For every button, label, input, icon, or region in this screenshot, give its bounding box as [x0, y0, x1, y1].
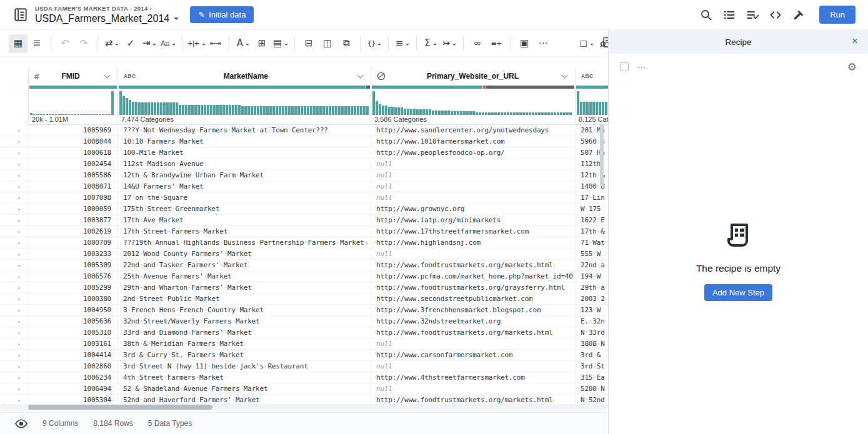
column-histogram[interactable]	[576, 89, 608, 115]
cell[interactable]: 1004414	[28, 350, 117, 360]
dropdown-caret-icon[interactable]	[152, 44, 156, 47]
cell[interactable]: 2nd·Street·Public·Market	[117, 293, 371, 304]
union-data-icon[interactable]: ∞	[468, 34, 487, 53]
eye-icon[interactable]	[15, 419, 27, 428]
title-dropdown-chevron-icon[interactable]	[174, 17, 179, 22]
cell[interactable]: 1003233	[28, 249, 117, 259]
cell[interactable]: 14&U·Farmers'·Market	[117, 181, 371, 192]
move-column-icon[interactable]: ⇥	[140, 34, 159, 53]
cell[interactable]: 1006234	[28, 372, 117, 383]
transpose-icon[interactable]: ⧉	[337, 34, 356, 53]
cell[interactable]: http://www.sandlercenter.org/ynotwednesd…	[371, 125, 575, 136]
cell[interactable]: http://www.carsonfarmersmarket.com	[371, 350, 575, 360]
cell[interactable]: http;//www.highlandsnj.com	[371, 237, 575, 248]
cell[interactable]: 2003·2	[575, 293, 608, 304]
cell[interactable]: http://www.iatp.org/minimarkets	[371, 215, 575, 225]
column-menu-chevron-icon[interactable]	[357, 72, 364, 79]
table-row[interactable]: 100531033rd·and·Diamond·Farmers'·Marketh…	[0, 327, 608, 338]
cell[interactable]: http://www.17thstreetfarmersmarket.com	[371, 226, 575, 237]
cell[interactable]: 25th·Avenue·Farmers'·Market	[117, 271, 371, 282]
dropdown-caret-icon[interactable]	[377, 44, 381, 47]
cell[interactable]: 1000059	[28, 204, 117, 214]
breadcrumb[interactable]: USDA FAMER'S MARKET DATA - 2014 ›	[35, 4, 179, 12]
table-row[interactable]: 1000618100-Mile·Markethttp://www.peoples…	[0, 147, 608, 159]
table-row[interactable]: 100316138th·&·Meridian·Farmers·Marketnul…	[0, 338, 608, 350]
cell[interactable]: ???19th·Annual·Highlands·Business·Partne…	[117, 237, 371, 248]
more-tools-icon[interactable]: ⋯	[534, 34, 552, 53]
extract-pattern-icon[interactable]: {}	[365, 34, 384, 53]
cell[interactable]: null	[371, 383, 575, 394]
gear-icon[interactable]: ⚙	[847, 61, 857, 73]
replace-values-icon[interactable]: ⇄	[102, 34, 121, 53]
cell[interactable]: 10:10·Farmers·Market	[117, 136, 371, 147]
dropdown-caret-icon[interactable]	[406, 44, 409, 47]
cell[interactable]: 1002454	[28, 159, 117, 169]
header-row-icon[interactable]: ▤	[271, 34, 290, 53]
code-view-icon[interactable]	[766, 6, 785, 24]
column-menu-chevron-icon[interactable]	[562, 72, 568, 79]
vertical-scrollbar[interactable]	[600, 124, 604, 186]
table-row[interactable]: 10028603rd·Street·N·(hwy·11)·beside·jack…	[0, 361, 608, 372]
grid-view-icon[interactable]: ▦	[9, 34, 27, 53]
table-row[interactable]: 1000709???19th·Annual·Highlands·Business…	[0, 237, 608, 249]
dropdown-caret-icon[interactable]	[590, 44, 594, 47]
column-histogram[interactable]	[29, 89, 117, 115]
cell[interactable]: 175th·Street·Greenmarket	[117, 204, 371, 214]
table-row[interactable]: 10032332012·Wood·County·Farmers'·Marketn…	[0, 249, 608, 260]
dropdown-caret-icon[interactable]	[202, 44, 206, 47]
cell[interactable]: 52·&·Shadeland·Avenue·Farmers·Market	[117, 383, 371, 394]
comment-icon[interactable]: ▣	[515, 34, 534, 53]
cell[interactable]: http://www.foodtrustmarkets.org/markets.…	[371, 260, 575, 270]
cell[interactable]: 1000618	[28, 147, 117, 158]
cell[interactable]: 555·W	[575, 249, 608, 259]
cell[interactable]: 1003877	[28, 215, 117, 225]
rows-count[interactable]: 8,184 Rows	[93, 419, 132, 428]
cell[interactable]: 1002619	[28, 226, 117, 237]
cell[interactable]: 1005299	[28, 282, 117, 293]
data-quality-bar[interactable]	[372, 86, 574, 89]
column-header[interactable]: #FMID	[29, 67, 117, 86]
cell[interactable]: 1008044	[28, 136, 117, 147]
cell[interactable]: null	[371, 338, 575, 349]
cell[interactable]: http;//www.32ndstreetmarket.org	[371, 316, 575, 327]
cell[interactable]: 1007098	[28, 192, 117, 203]
pivot-table-icon[interactable]: ⊟	[299, 34, 318, 53]
cell[interactable]: null	[371, 181, 575, 192]
cell[interactable]: ???Y·Not·Wednesday·Farmers·Market·at·Tow…	[117, 125, 371, 136]
table-row[interactable]: 100387717th·Ave·Markethttp://www.iatp.or…	[0, 215, 608, 226]
cell[interactable]: 38th·&·Meridian·Farmers·Market	[117, 338, 371, 349]
cell[interactable]: http://www.foodtrustmarkets.org/markets.…	[371, 327, 575, 338]
cell[interactable]: E.·32n	[575, 316, 608, 327]
columns-count[interactable]: 9 Columns	[42, 419, 78, 428]
cell[interactable]: 22nd·and·Tasker·Farmers'·Market	[117, 260, 371, 270]
steps-list-icon[interactable]	[720, 6, 739, 24]
table-row[interactable]: 100261917th·Street·Farmers·Markethttp://…	[0, 226, 608, 237]
data-quality-bar[interactable]	[576, 86, 608, 89]
cell[interactable]: 315·Ea	[575, 372, 608, 383]
cell[interactable]: 1000709	[28, 237, 117, 248]
cell[interactable]: 4th·Street·Farmers·Market	[117, 372, 371, 383]
cell[interactable]: 17th·Street·Farmers·Market	[117, 226, 371, 237]
close-icon[interactable]: ×	[852, 35, 858, 47]
cell[interactable]: 123·W	[575, 305, 608, 315]
horizontal-scrollbar[interactable]	[28, 405, 212, 410]
cell[interactable]: 3rd·Street·N·(hwy·11)·beside·jack's·Rest…	[117, 361, 371, 372]
cell[interactable]: 32nd·Street/Waverly·Farmers·Market	[117, 316, 371, 327]
cell[interactable]: 112st·Madison·Avenue	[117, 159, 371, 169]
search-icon[interactable]	[697, 6, 716, 24]
cell[interactable]: http;//www.grownyc.org	[371, 204, 575, 214]
cell[interactable]: null	[371, 170, 575, 180]
cell[interactable]: 1003161	[28, 338, 117, 349]
cell[interactable]: 3808·N	[575, 338, 608, 349]
cell[interactable]: 1005586	[28, 170, 117, 180]
list-view-icon[interactable]: ≣	[27, 34, 46, 53]
dropdown-caret-icon[interactable]	[172, 44, 176, 47]
aggregate-icon[interactable]: Σ	[421, 34, 440, 53]
color-picker-icon[interactable]	[789, 6, 808, 24]
cell[interactable]: 17·on·the·Square	[117, 192, 371, 203]
dropdown-caret-icon[interactable]	[246, 44, 249, 47]
cell[interactable]: 29th·and·Wharton·Farmers'·Market	[117, 282, 371, 293]
cell[interactable]: 3·French·Hens·French·Country·Market	[117, 305, 371, 315]
table-row[interactable]: 100807114&U·Farmers'·Marketnull1400·U	[0, 181, 608, 192]
table-row[interactable]: 1005969???Y·Not·Wednesday·Farmers·Market…	[0, 125, 608, 136]
